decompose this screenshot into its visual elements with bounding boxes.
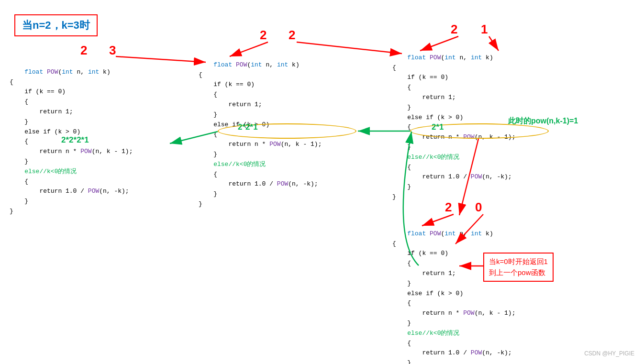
anno-num-2-cb3: 2 <box>451 22 457 37</box>
watermark: CSDN @HY_PIGIE <box>584 350 634 357</box>
anno-num-2-cb2-a: 2 <box>260 28 266 43</box>
anno-num-3-cb1: 3 <box>109 43 116 58</box>
anno-label-2x2x1: 2*2*1 <box>238 122 258 132</box>
anno-num-1-cb3: 1 <box>481 22 488 37</box>
title-text: 当n=2，k=3时 <box>22 19 90 31</box>
anno-num-2-cb4: 2 <box>445 200 452 215</box>
anno-num-2-cb1: 2 <box>80 43 87 58</box>
code-block-4: float POW(int n, int k) { if (k == 0) { … <box>392 219 515 364</box>
info-box-return1-text: 当k=0时开始返回1到上一个pow函数 <box>489 257 548 276</box>
anno-label-pow-eq1: 此时的pow(n,k-1)=1 <box>508 116 578 126</box>
anno-num-2-cb2-b: 2 <box>289 28 295 43</box>
code-block-3: float POW(int n, int k) { if (k == 0) { … <box>392 43 515 202</box>
page-container: 当n=2，k=3时 float POW(int n, int k) { if (… <box>0 0 644 364</box>
anno-label-2x1: 2*1 <box>432 122 444 132</box>
info-box-return1: 当k=0时开始返回1到上一个pow函数 <box>483 253 554 282</box>
anno-num-0-cb4: 0 <box>475 200 482 215</box>
title-box: 当n=2，k=3时 <box>14 14 98 36</box>
anno-label-2x2x2x1: 2*2*2*1 <box>61 135 89 145</box>
